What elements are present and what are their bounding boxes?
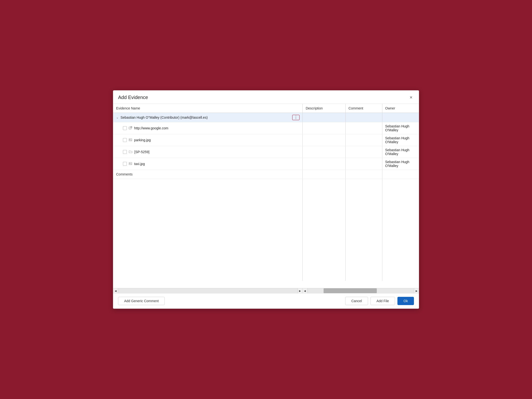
group-header-row: ⌄ Sebastian Hugh O''Malley (Contributor)… [113,113,419,122]
comments-owner-cell [382,170,419,179]
group-header-content: ⌄ Sebastian Hugh O''Malley (Contributor)… [116,115,300,120]
kebab-icon: ⋮ [294,116,298,119]
item-comment-cell [345,158,382,170]
col-header-comment: Comment [345,104,382,113]
item-content: parking.jpg [116,138,300,142]
add-file-button[interactable]: Add File [370,297,395,305]
comments-row: Comments [113,170,419,179]
horizontal-scrollbar-container: ◀ ▶ ◀ ▶ [113,288,419,293]
col-header-description: Description [303,104,345,113]
item-owner-cell: Sebastian Hugh O'Malley [382,158,419,170]
item-desc-cell [303,146,345,158]
item-name-cell: taxi.jpg [113,158,303,170]
dialog-title: Add Evidence [118,95,148,100]
item-name-cell: [SP-5259] [113,146,303,158]
item-checkbox[interactable] [123,138,127,142]
image-icon [129,162,132,166]
item-content: [SP-5259] [116,150,300,154]
footer-right-buttons: Cancel Add File Ok [345,297,414,305]
item-name: taxi.jpg [134,162,145,166]
h-scroll-track-left[interactable] [118,288,298,293]
table-row: parking.jpg Sebastian Hugh O'Malley [113,134,419,146]
group-header-cell: ⌄ Sebastian Hugh O''Malley (Contributor)… [113,113,303,122]
item-comment-cell [345,134,382,146]
item-owner-cell: Sebastian Hugh O'Malley [382,122,419,134]
item-content: taxi.jpg [116,162,300,166]
h-scroll-thumb [324,288,377,293]
folder-icon [129,150,132,154]
ok-button[interactable]: Ok [397,297,414,305]
svg-point-5 [129,163,130,163]
item-desc-cell [303,134,345,146]
group-desc-cell [303,113,345,122]
close-button[interactable]: × [408,94,414,100]
evidence-table-container: Evidence Name Description Comment Owner … [113,104,419,288]
item-name: parking.jpg [134,138,151,142]
item-owner-cell: Sebastian Hugh O'Malley [382,134,419,146]
item-comment-cell [345,146,382,158]
table-row: http://www.google.com Sebastian Hugh O'M… [113,122,419,134]
item-name: [SP-5259] [134,150,149,154]
h-scrollbar-left: ◀ ▶ [113,288,303,293]
item-owner-cell: Sebastian Hugh O'Malley [382,146,419,158]
h-scroll-track-right[interactable] [308,288,414,293]
item-checkbox[interactable] [123,150,127,154]
col-header-evidence-name: Evidence Name [113,104,303,113]
h-scroll-left-arrow-button[interactable]: ◀ [113,288,118,293]
chevron-down-icon[interactable]: ⌄ [116,116,119,119]
item-name-cell: parking.jpg [113,134,303,146]
h-scrollbar-right: ◀ ▶ [303,288,419,293]
group-label: Sebastian Hugh O''Malley (Contributor) (… [120,116,290,119]
comments-comment-cell [345,170,382,179]
item-checkbox[interactable] [123,162,127,166]
table-row: taxi.jpg Sebastian Hugh O'Malley [113,158,419,170]
item-content: http://www.google.com [116,126,300,130]
dialog-header: Add Evidence × [113,91,419,104]
empty-row [113,179,419,281]
evidence-table: Evidence Name Description Comment Owner … [113,104,419,281]
group-owner-cell [382,113,419,122]
item-name-cell: http://www.google.com [113,122,303,134]
cancel-button[interactable]: Cancel [345,297,368,305]
item-checkbox[interactable] [123,126,127,130]
add-generic-comment-button[interactable]: Add Generic Comment [118,297,165,305]
item-name: http://www.google.com [134,126,168,130]
item-comment-cell [345,122,382,134]
item-desc-cell [303,158,345,170]
svg-point-3 [129,139,130,139]
h-scroll-left2-arrow-button[interactable]: ◀ [303,288,308,293]
col-header-owner: Owner [382,104,419,113]
svg-rect-0 [129,127,131,129]
comments-label-cell: Comments [113,170,303,179]
group-comment-cell [345,113,382,122]
h-scroll-right-arrow-button[interactable]: ▶ [298,288,302,293]
comments-label: Comments [116,172,133,176]
image-icon [129,138,132,142]
h-scroll-right2-arrow-button[interactable]: ▶ [414,288,419,293]
comments-desc-cell [303,170,345,179]
table-row: [SP-5259] Sebastian Hugh O'Malley [113,146,419,158]
dialog-footer: Add Generic Comment Cancel Add File Ok [113,293,419,308]
kebab-menu-button[interactable]: ⋮ [292,115,300,120]
item-desc-cell [303,122,345,134]
add-evidence-dialog: Add Evidence × Evidence Name Description… [113,90,419,309]
link-icon [129,126,132,130]
